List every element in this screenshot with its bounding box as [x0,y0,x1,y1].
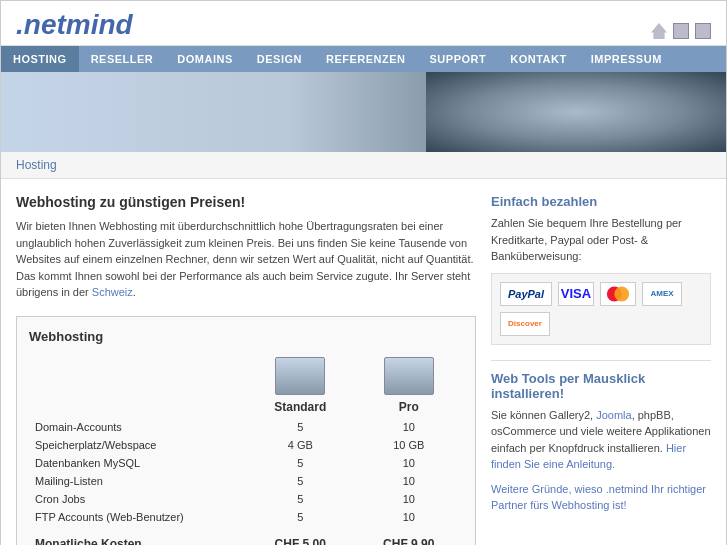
nav-referenzen[interactable]: REFERENZEN [314,46,418,72]
table-row: Cron Jobs 5 10 [29,490,463,508]
payment-section: Einfach bezahlen Zahlen Sie bequem Ihre … [491,194,711,345]
nav-domains[interactable]: DOMAINS [165,46,244,72]
banner-image [426,72,726,152]
webtools-text: Sie können Gallery2, Joomla, phpBB, osCo… [491,407,711,473]
row-ftp-std: 5 [246,508,355,526]
plan-header-row: Standard Pro [29,354,463,418]
row-storage-pro: 10 GB [355,436,464,454]
row-domain-label: Domain-Accounts [29,418,246,436]
plan-std-label: Standard [274,400,326,414]
webtools-section: Web Tools per Mausklick installieren! Si… [491,371,711,514]
breadcrumb: Hosting [1,152,726,179]
logo[interactable]: .netmind [16,9,133,45]
row-domain-std: 5 [246,418,355,436]
amex-logo: AMEX [642,282,682,306]
table-row: Domain-Accounts 5 10 [29,418,463,436]
row-mailing-pro: 10 [355,472,464,490]
row-cron-label: Cron Jobs [29,490,246,508]
monthly-label: Monatliche Kosten [29,534,246,546]
plan-pro-icon [384,357,434,395]
visa-logo: VISA [558,282,594,306]
nav-reseller[interactable]: RESELLER [79,46,166,72]
intro-title: Webhosting zu günstigen Preisen! [16,194,476,210]
monthly-std: CHF 5.00 [246,534,355,546]
main-area: Webhosting zu günstigen Preisen! Wir bie… [16,194,491,545]
plan-pro-label: Pro [399,400,419,414]
payment-title: Einfach bezahlen [491,194,711,209]
nav-kontakt[interactable]: KONTAKT [498,46,578,72]
row-cron-pro: 10 [355,490,464,508]
nav-impressum[interactable]: IMPRESSUM [579,46,674,72]
row-mailing-label: Mailing-Listen [29,472,246,490]
intro-text-before: Wir bieten Ihnen Webhosting mit überdurc… [16,220,474,298]
row-ftp-pro: 10 [355,508,464,526]
plan-pro-icon-cell: Pro [355,354,464,418]
nav-hosting[interactable]: HOSTING [1,46,79,72]
logo-dot: . [16,9,24,40]
sidebar: Einfach bezahlen Zahlen Sie bequem Ihre … [491,194,711,545]
intro-text: Wir bieten Ihnen Webhosting mit überdurc… [16,218,476,301]
mastercard-svg [605,285,631,303]
table-row: Mailing-Listen 5 10 [29,472,463,490]
schweiz-link[interactable]: Schweiz [92,286,133,298]
monthly-cost-row: Monatliche Kosten CHF 5.00 CHF 9.90 [29,534,463,546]
row-mailing-std: 5 [246,472,355,490]
plan-std-icon-cell: Standard [246,354,355,418]
nav-design[interactable]: DESIGN [245,46,314,72]
hosting-box-title: Webhosting [29,329,463,344]
joomla-link[interactable]: Joomla [596,409,631,421]
row-ftp-label: FTP Accounts (Web-Benutzer) [29,508,246,526]
home-icon[interactable] [651,23,667,39]
hosting-table: Standard Pro Domain-Accounts 5 10 Speich [29,354,463,546]
row-storage-label: Speicherplatz/Webspace [29,436,246,454]
content: Webhosting zu günstigen Preisen! Wir bie… [1,179,726,545]
table-row: FTP Accounts (Web-Benutzer) 5 10 [29,508,463,526]
table-row: Datenbanken MySQL 5 10 [29,454,463,472]
row-cron-std: 5 [246,490,355,508]
header: .netmind [1,1,726,46]
spacer-row [29,526,463,534]
plan-header-empty [29,354,246,418]
plan-std-icon [275,357,325,395]
table-row: Speicherplatz/Webspace 4 GB 10 GB [29,436,463,454]
header-icons [651,23,711,45]
nav-support[interactable]: SUPPORT [418,46,499,72]
further-link[interactable]: Weitere Gründe, wieso .netmind Ihr richt… [491,483,706,512]
sidebar-divider [491,360,711,361]
mastercard-logo [600,282,636,306]
row-storage-std: 4 GB [246,436,355,454]
nav: HOSTING RESELLER DOMAINS DESIGN REFERENZ… [1,46,726,72]
row-mysql-std: 5 [246,454,355,472]
webtools-title: Web Tools per Mausklick installieren! [491,371,711,401]
row-mysql-pro: 10 [355,454,464,472]
row-domain-pro: 10 [355,418,464,436]
row-mysql-label: Datenbanken MySQL [29,454,246,472]
mail-icon[interactable] [673,23,689,39]
discover-logo: Discover [500,312,550,336]
svg-point-1 [614,286,629,301]
banner [1,72,726,152]
hosting-box: Webhosting Standard Pro [16,316,476,546]
paypal-logo: PayPal [500,282,552,306]
monthly-pro: CHF 9.90 [355,534,464,546]
intro-text-end: . [133,286,136,298]
payment-text: Zahlen Sie bequem Ihre Bestellung per Kr… [491,215,711,265]
webtools-text-before: Sie können Gallery2, [491,409,596,421]
payment-logos: PayPal VISA AMEX Discover [491,273,711,345]
logo-text: netmind [24,9,133,40]
webtools-further: Weitere Gründe, wieso .netmind Ihr richt… [491,481,711,514]
settings-icon[interactable] [695,23,711,39]
